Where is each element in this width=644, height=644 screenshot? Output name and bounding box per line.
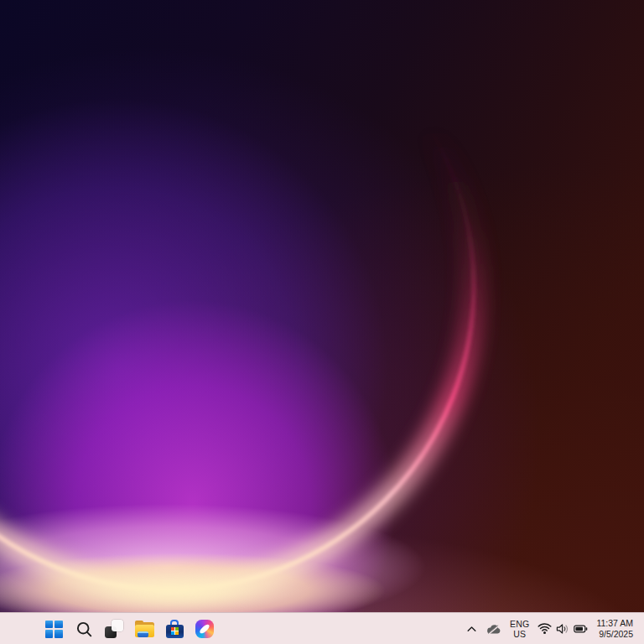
wifi-icon [538,623,552,635]
file-explorer-button[interactable] [131,615,158,642]
clock-time: 11:37 AM [596,618,633,629]
windows-logo-icon [45,621,63,638]
desktop: ENG US [0,0,644,644]
system-tray: ENG US [463,613,644,644]
chevron-up-icon [466,624,477,635]
copilot-swirl-icon [195,620,214,638]
sphere-rim-glow [0,0,644,644]
copilot-button[interactable] [191,615,218,642]
language-line2: US [510,629,529,640]
speaker-icon [556,623,569,635]
task-view-icon [105,620,123,638]
clock[interactable]: 11:37 AM 9/5/2025 [593,615,636,642]
microsoft-logo-icon [171,627,179,635]
search-icon [75,621,93,638]
battery-icon [574,624,588,634]
onedrive-tray-button[interactable] [482,615,505,642]
wallpaper-bloom [0,0,644,644]
language-line1: ENG [510,619,529,630]
show-hidden-icons-button[interactable] [463,615,480,642]
search-button[interactable] [70,615,97,642]
language-indicator[interactable]: ENG US [506,615,532,642]
cloud-slash-icon [486,623,501,636]
clock-date: 9/5/2025 [596,629,633,640]
taskbar-app-group [40,613,218,644]
store-bag-icon [166,620,184,638]
taskbar: ENG US [0,612,644,644]
microsoft-store-button[interactable] [161,615,188,642]
start-button[interactable] [40,615,67,642]
quick-settings-button[interactable] [534,615,591,642]
folder-icon [135,621,154,637]
task-view-button[interactable] [101,615,127,642]
